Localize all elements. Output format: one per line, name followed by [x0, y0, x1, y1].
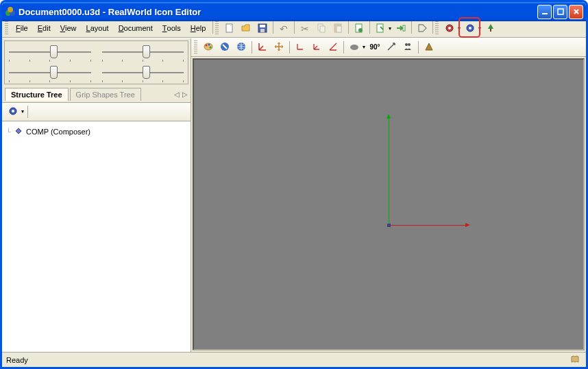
export-button[interactable] [393, 21, 408, 36]
svg-point-31 [405, 43, 408, 46]
rotate-90-button[interactable]: 90° [367, 40, 382, 55]
svg-point-27 [210, 47, 212, 49]
toolbar-grip-1[interactable] [215, 21, 219, 35]
axes-2-button[interactable] [293, 40, 308, 55]
svg-rect-12 [336, 26, 341, 32]
export-icon [395, 23, 406, 35]
slider-4[interactable] [99, 66, 187, 80]
dropdown-arrow[interactable]: ▾ [20, 104, 25, 119]
app-icon [5, 6, 16, 17]
axis-y [389, 117, 389, 224]
axes-button[interactable] [255, 40, 270, 55]
tab-structure-tree[interactable]: Structure Tree [5, 88, 69, 101]
gear-red-button[interactable] [442, 21, 457, 36]
gear-blue-button[interactable] [463, 21, 478, 36]
tree-gear-button[interactable] [5, 104, 21, 119]
doc-b-button[interactable] [373, 21, 388, 36]
dropdown-arrow[interactable]: ▾ [456, 21, 462, 36]
globe-button[interactable] [234, 40, 249, 55]
menu-view[interactable]: View [56, 21, 82, 37]
cone-icon [424, 41, 434, 53]
save-disk-icon [257, 23, 268, 35]
diag-button[interactable] [384, 40, 399, 55]
cone-button[interactable] [421, 40, 437, 55]
canvas-3d-view[interactable] [193, 58, 585, 350]
wrench-button[interactable] [217, 40, 232, 55]
close-button[interactable] [569, 5, 583, 19]
secondary-toolbar: ▾ 90° [191, 38, 586, 57]
save-button[interactable] [255, 21, 270, 36]
svg-rect-3 [542, 13, 548, 14]
gear-blue-icon [8, 106, 19, 118]
slider-2[interactable] [99, 45, 187, 59]
axes-3d-icon [311, 41, 322, 53]
maximize-button[interactable] [553, 5, 567, 19]
people-button[interactable] [400, 40, 415, 55]
slider-3[interactable] [6, 66, 94, 80]
gear-red-icon [444, 23, 455, 35]
palette-button[interactable] [201, 40, 216, 55]
open-button[interactable] [238, 21, 254, 36]
composer-icon [14, 126, 23, 137]
axes-3-button[interactable] [309, 40, 324, 55]
copy-button[interactable] [314, 21, 329, 36]
dropdown-arrow[interactable]: ▾ [387, 21, 393, 36]
menu-document[interactable]: Document [114, 21, 158, 37]
move-button[interactable] [271, 40, 286, 55]
paste-icon [332, 23, 343, 35]
axes-icon [257, 41, 268, 53]
tree-area[interactable]: └ COMP (Composer) [2, 121, 191, 352]
svg-point-23 [12, 110, 14, 112]
axes-4-button[interactable] [326, 40, 341, 55]
cloud-button[interactable] [347, 40, 362, 55]
svg-point-2 [8, 7, 13, 12]
title-bar[interactable]: Document0000.u3d - RealWorld Icon Editor [2, 2, 586, 21]
open-folder-icon [241, 23, 252, 35]
toolbar-grip-3[interactable] [194, 40, 197, 54]
globe-icon [236, 41, 247, 53]
status-bar: Ready [2, 352, 586, 367]
tag-icon [417, 23, 428, 35]
move-icon [273, 41, 284, 53]
status-text: Ready [6, 356, 569, 364]
tree-toolbar: ▾ [2, 103, 191, 121]
new-button[interactable] [222, 21, 237, 36]
menu-layout[interactable]: Layout [82, 21, 114, 37]
right-panel: ▾ 90° [191, 38, 586, 352]
tab-next-icon[interactable]: ▷ [182, 91, 188, 98]
menu-file[interactable]: File [11, 21, 33, 37]
tree-node-root[interactable]: └ COMP (Composer) [6, 126, 186, 138]
tree-green-icon [485, 23, 496, 35]
minimize-button[interactable] [537, 5, 552, 19]
axes-small-icon [295, 41, 306, 53]
sliders-panel [4, 40, 188, 84]
doc-a-button[interactable] [352, 21, 367, 36]
toolbar-grip-2[interactable] [435, 21, 439, 35]
svg-point-25 [206, 45, 208, 47]
app-window: Document0000.u3d - RealWorld Icon Editor… [0, 0, 588, 369]
svg-rect-16 [403, 25, 405, 31]
tag-button[interactable] [415, 21, 430, 36]
tab-prev-icon[interactable]: ◁ [174, 91, 180, 98]
svg-point-14 [358, 28, 363, 32]
doc-green-icon [354, 23, 365, 35]
tree-button[interactable] [483, 21, 498, 36]
svg-rect-7 [260, 25, 265, 27]
status-book-icon[interactable] [569, 354, 582, 366]
paste-button[interactable] [330, 21, 345, 36]
cut-button[interactable]: ✂ [297, 21, 313, 36]
menu-bar: File Edit View Layout Document Tools Hel… [2, 21, 586, 38]
menu-tools[interactable]: Tools [158, 21, 186, 37]
wrench-icon [219, 41, 230, 53]
slider-1[interactable] [6, 45, 94, 59]
diag-arrow-icon [386, 41, 397, 53]
menu-edit[interactable]: Edit [33, 21, 56, 37]
menu-help[interactable]: Help [186, 21, 211, 37]
tab-grip-shapes-tree[interactable]: Grip Shapes Tree [70, 88, 141, 101]
tree-connector-icon: └ [6, 128, 11, 136]
menu-grip[interactable] [5, 21, 8, 35]
undo-button[interactable]: ↶ [276, 21, 291, 36]
axis-x [389, 225, 467, 226]
svg-point-30 [350, 45, 358, 50]
dropdown-arrow[interactable]: ▾ [361, 40, 367, 55]
